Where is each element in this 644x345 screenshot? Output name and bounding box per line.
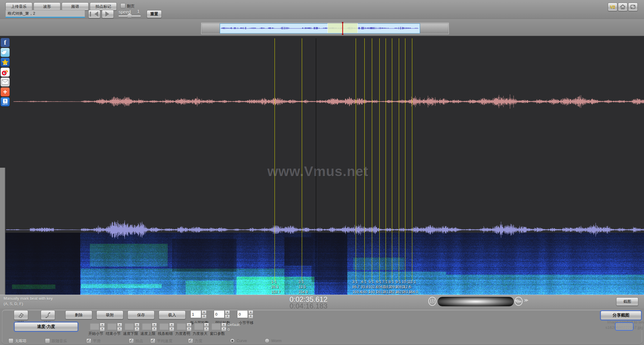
- overview-playback-cursor[interactable]: [342, 22, 343, 35]
- toolbar-button-2[interactable]: 波形: [34, 2, 60, 10]
- spinner-up-icon[interactable]: ▲: [134, 323, 140, 327]
- spinner-down-icon[interactable]: ▼: [221, 327, 226, 331]
- beat-line-3-1[interactable]: [356, 38, 356, 281]
- toolbar-button-3[interactable]: 频谱: [62, 2, 89, 10]
- beat-line-10-1[interactable]: [405, 38, 405, 281]
- spinner-down-icon[interactable]: ▼: [204, 327, 209, 331]
- waveform-spectrogram-view[interactable]: www.Vmus.net 1-126.3152.72-113.5154.93-1…: [0, 35, 644, 295]
- tempo-dynamics-button[interactable]: 速度-力度: [14, 322, 78, 331]
- zoom-in-wave-icon[interactable]: [514, 297, 523, 306]
- checkbox-5[interactable]: [150, 338, 155, 344]
- beat-line-4-1[interactable]: [364, 38, 365, 281]
- param-value[interactable]: [107, 323, 117, 330]
- spinner-up-icon[interactable]: ▲: [100, 323, 105, 327]
- help-icon[interactable]: ? HELP: [1, 97, 10, 106]
- waveform-top-canvas: [5, 90, 644, 113]
- spinner-down-icon[interactable]: ▼: [225, 314, 230, 319]
- spinner-down-icon[interactable]: ▼: [100, 327, 105, 331]
- checkbox-label-2: 跟随音乐: [51, 338, 67, 344]
- toolbar-button-4[interactable]: 拍点标记: [90, 2, 117, 10]
- spinner-up-icon[interactable]: ▲: [117, 323, 122, 327]
- email-icon[interactable]: [1, 78, 10, 87]
- param-value[interactable]: [194, 323, 204, 330]
- spinner-down-icon[interactable]: ▼: [248, 314, 253, 319]
- home-button[interactable]: [618, 3, 628, 11]
- spinner-down-icon[interactable]: ▼: [201, 314, 207, 319]
- beat-line-8-1[interactable]: [392, 38, 392, 281]
- beat-line-6-1[interactable]: [379, 38, 380, 281]
- param-value[interactable]: [142, 323, 151, 330]
- eraser-button[interactable]: [14, 310, 28, 320]
- screenshot-button[interactable]: 截图: [616, 297, 638, 306]
- spinner-down-icon[interactable]: ▼: [134, 327, 140, 331]
- radio-curve[interactable]: [230, 338, 235, 343]
- action-button-2[interactable]: 吸附: [96, 311, 123, 319]
- zoom-handle-icon[interactable]: ≫: [524, 298, 528, 302]
- checkbox-label-4: 拍点: [135, 338, 143, 344]
- beat-line-11-1[interactable]: [412, 38, 412, 281]
- beat-line-1-1[interactable]: [275, 38, 275, 281]
- snapshot-preview-button[interactable]: [616, 323, 633, 330]
- checkbox-4[interactable]: [129, 338, 134, 344]
- spinner-up-icon[interactable]: ▲: [169, 323, 174, 327]
- spinner-arrows: ▲▼: [169, 323, 174, 331]
- overview-waveform-region[interactable]: [220, 23, 420, 34]
- radio-worm[interactable]: [265, 338, 269, 343]
- checkbox-label-5: 平均速度: [157, 338, 172, 344]
- beat-line-5-1[interactable]: [372, 38, 372, 281]
- toolbar-button-1[interactable]: 上传音乐: [5, 2, 32, 10]
- checkbox-2[interactable]: [45, 338, 50, 344]
- facebook-icon[interactable]: f: [1, 38, 10, 47]
- beat-line-2-1[interactable]: [302, 38, 302, 281]
- checkbox-label-6: 力度: [195, 338, 202, 344]
- action-button-1[interactable]: 删除: [65, 311, 92, 319]
- spinner-down-icon[interactable]: ▼: [187, 327, 192, 331]
- checkbox-3[interactable]: [86, 338, 91, 344]
- spinner-up-icon[interactable]: ▲: [201, 310, 207, 314]
- default-value: 0: [228, 328, 230, 332]
- spinner-arrows: ▲▼: [221, 323, 226, 331]
- spinner-value[interactable]: 0: [214, 310, 225, 318]
- zoom-out-wave-icon[interactable]: [428, 297, 437, 306]
- spinner-value[interactable]: 0: [237, 310, 248, 318]
- share-screenshot-button[interactable]: 分享截图: [601, 311, 641, 320]
- beat-line-7-1[interactable]: [386, 38, 386, 281]
- spinner-up-icon[interactable]: ▲: [152, 323, 157, 327]
- spinner-up-icon[interactable]: ▲: [204, 323, 209, 327]
- param-spinner-4: ▲▼: [142, 323, 157, 331]
- param-value[interactable]: [177, 323, 186, 330]
- param-value[interactable]: [211, 323, 221, 330]
- file-title-input[interactable]: [5, 10, 85, 18]
- overview-scrollbar[interactable]: [201, 23, 449, 34]
- action-button-3[interactable]: 保存: [128, 311, 154, 319]
- move-button[interactable]: [41, 310, 55, 320]
- spinner-up-icon[interactable]: ▲: [221, 323, 226, 327]
- param-value[interactable]: [90, 323, 99, 330]
- spinner-value[interactable]: 1: [190, 310, 201, 318]
- version-v2-button[interactable]: V2: [608, 3, 617, 11]
- checkbox-label-1: 无喀嗒: [15, 338, 27, 344]
- spinner-down-icon[interactable]: ▼: [169, 327, 174, 331]
- beat-line-9-1[interactable]: [399, 38, 399, 281]
- weibo-icon[interactable]: [1, 68, 10, 77]
- spinner-up-icon[interactable]: ▲: [248, 310, 253, 314]
- twitter-icon[interactable]: [1, 48, 10, 57]
- spinner-up-icon[interactable]: ▲: [187, 323, 192, 327]
- page-turn-checkbox[interactable]: [120, 3, 125, 8]
- action-button-4[interactable]: 载入: [159, 311, 186, 319]
- param-value[interactable]: [125, 323, 134, 330]
- skip-start-button[interactable]: [88, 10, 100, 18]
- spinner-down-icon[interactable]: ▼: [117, 327, 122, 331]
- spinner-down-icon[interactable]: ▼: [152, 327, 157, 331]
- spinner-up-icon[interactable]: ▲: [225, 310, 230, 314]
- checkbox-6[interactable]: [188, 338, 193, 344]
- play-button[interactable]: [102, 10, 114, 18]
- param-value[interactable]: [159, 323, 169, 330]
- zoom-slider[interactable]: [438, 297, 514, 306]
- checkbox-1[interactable]: [8, 338, 13, 344]
- fullscreen-button[interactable]: [628, 3, 638, 11]
- reset-button[interactable]: 重置: [147, 10, 162, 18]
- qzone-icon[interactable]: [1, 58, 10, 67]
- param-label-8: 窗口参数: [199, 331, 235, 336]
- share-plus-icon[interactable]: +: [1, 87, 10, 96]
